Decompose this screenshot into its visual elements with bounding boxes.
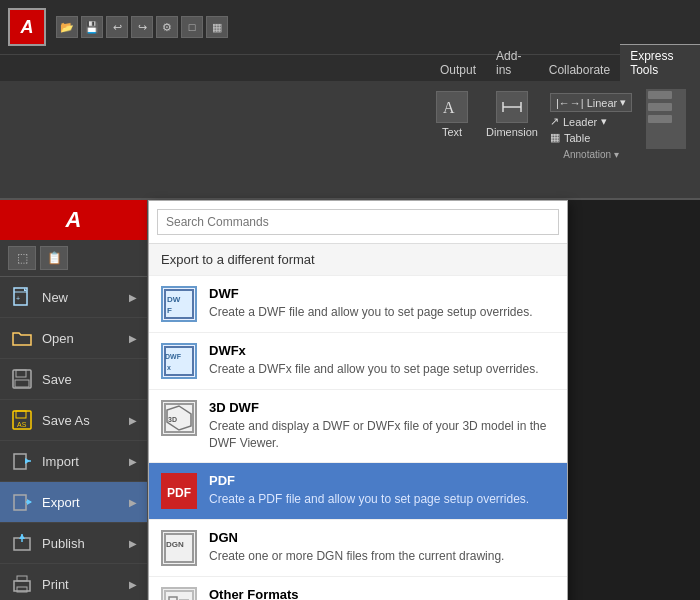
export-item-pdf[interactable]: PDF PDF Create a PDF file and allow you …: [149, 463, 567, 520]
other-formats-icon: [161, 587, 197, 600]
open-folder-icon: [10, 326, 34, 350]
quick-icon-2[interactable]: 📋: [40, 246, 68, 270]
dgn-text: DGN Create one or more DGN files from th…: [209, 530, 555, 565]
export-label: Export: [42, 495, 121, 510]
dimension-button[interactable]: Dimension: [480, 89, 544, 140]
leader-dropdown-icon: ▾: [601, 115, 607, 128]
svg-rect-4: [648, 91, 672, 99]
linear-button[interactable]: |←→| Linear ▾: [550, 93, 632, 112]
sidebar-item-publish[interactable]: Publish ▶: [0, 523, 147, 564]
linear-icon: |←→|: [556, 97, 584, 109]
ribbon: Output Add-ins Collaborate Express Tools…: [0, 55, 700, 200]
svg-text:DGN: DGN: [166, 540, 184, 549]
svg-text:DWF: DWF: [165, 353, 182, 360]
svg-text:3D: 3D: [168, 416, 177, 423]
svg-rect-5: [648, 103, 672, 111]
annotation-label: Annotation ▾: [550, 149, 632, 160]
svg-rect-17: [14, 454, 26, 469]
svg-text:+: +: [16, 295, 20, 302]
leader-icon: ↗: [550, 115, 559, 128]
export-item-dgn[interactable]: DGN DGN Create one or more DGN files fro…: [149, 520, 567, 577]
dgn-icon: DGN: [161, 530, 197, 566]
tab-addins[interactable]: Add-ins: [486, 44, 539, 81]
saveas-icon: AS: [10, 408, 34, 432]
search-input[interactable]: [157, 209, 559, 235]
open-icon[interactable]: 📂: [56, 16, 78, 38]
dwf-name: DWF: [209, 286, 555, 301]
tab-express-tools[interactable]: Express Tools: [620, 44, 700, 81]
dropdown-title: Export to a different format: [149, 244, 567, 276]
sidebar-item-open[interactable]: Open ▶: [0, 318, 147, 359]
annotation-group: |←→| Linear ▾ ↗ Leader ▾ ▦ Table Annotat…: [550, 89, 632, 160]
redo-icon[interactable]: ↪: [131, 16, 153, 38]
sidebar-header: A: [0, 200, 147, 240]
quick-icon-1[interactable]: ⬚: [8, 246, 36, 270]
new-arrow: ▶: [129, 292, 137, 303]
sidebar-item-saveas[interactable]: AS Save As ▶: [0, 400, 147, 441]
export-icon: [10, 490, 34, 514]
export-item-dwfx[interactable]: DWF x DWFx Create a DWFx file and allow …: [149, 333, 567, 390]
tab-collaborate[interactable]: Collaborate: [539, 58, 620, 81]
svg-rect-26: [14, 581, 30, 591]
svg-rect-20: [14, 495, 26, 510]
other-formats-text: Other Formats Export the drawing to anot…: [209, 587, 555, 600]
sidebar-item-save[interactable]: Save: [0, 359, 147, 400]
export-dropdown: Export to a different format DW F DWF Cr…: [148, 200, 568, 600]
tab-output[interactable]: Output: [430, 58, 486, 81]
top-toolbar: A 📂 💾 ↩ ↪ ⚙ □ ▦: [0, 0, 700, 55]
svg-text:A: A: [443, 99, 455, 116]
3ddwf-text: 3D DWF Create and display a DWF or DWFx …: [209, 400, 555, 452]
export-item-other[interactable]: Other Formats Export the drawing to anot…: [149, 577, 567, 600]
svg-marker-25: [19, 534, 25, 539]
ribbon-content: A Text Dimension |←→| Linear ▾ ↗: [0, 81, 700, 198]
ribbon-tabs: Output Add-ins Collaborate Express Tools: [0, 55, 700, 81]
import-arrow: ▶: [129, 456, 137, 467]
save-label: Save: [42, 372, 137, 387]
svg-marker-22: [27, 499, 32, 505]
new-icon: +: [10, 285, 34, 309]
pdf-name: PDF: [209, 473, 555, 488]
sidebar-item-import[interactable]: Import ▶: [0, 441, 147, 482]
dwfx-text: DWFx Create a DWFx file and allow you to…: [209, 343, 555, 378]
text-button[interactable]: A Text: [430, 89, 474, 140]
new-label: New: [42, 290, 121, 305]
linear-dropdown-icon: ▾: [620, 96, 626, 109]
dwf-desc: Create a DWF file and allow you to set p…: [209, 304, 555, 321]
import-icon: [10, 449, 34, 473]
leader-button[interactable]: ↗ Leader ▾: [550, 115, 632, 128]
dgn-desc: Create one or more DGN files from the cu…: [209, 548, 555, 565]
table-button[interactable]: ▦ Table: [550, 131, 632, 144]
sidebar-item-new[interactable]: + New ▶: [0, 277, 147, 318]
properties-button[interactable]: [646, 89, 686, 149]
dgn-name: DGN: [209, 530, 555, 545]
svg-text:x: x: [167, 364, 171, 371]
dwfx-desc: Create a DWFx file and allow you to set …: [209, 361, 555, 378]
dwfx-name: DWFx: [209, 343, 555, 358]
svg-rect-13: [15, 380, 29, 387]
sidebar-item-export[interactable]: Export ▶: [0, 482, 147, 523]
view-icon[interactable]: □: [181, 16, 203, 38]
save-icon[interactable]: 💾: [81, 16, 103, 38]
export-item-dwf[interactable]: DW F DWF Create a DWF file and allow you…: [149, 276, 567, 333]
autocad-logo[interactable]: A: [8, 8, 46, 46]
3ddwf-name: 3D DWF: [209, 400, 555, 415]
export-item-3ddwf[interactable]: 3D 3D DWF Create and display a DWF or DW…: [149, 390, 567, 463]
dimension-icon: [496, 91, 528, 123]
tools-icon[interactable]: ⚙: [156, 16, 178, 38]
main-area: A ⬚ 📋 + New ▶ Open ▶ Save: [0, 200, 700, 600]
dwf-icon: DW F: [161, 286, 197, 322]
3ddwf-desc: Create and display a DWF or DWFx file of…: [209, 418, 555, 452]
3ddwf-icon: 3D: [161, 400, 197, 436]
other-formats-name: Other Formats: [209, 587, 555, 600]
dwf-text: DWF Create a DWF file and allow you to s…: [209, 286, 555, 321]
publish-label: Publish: [42, 536, 121, 551]
saveas-arrow: ▶: [129, 415, 137, 426]
search-bar: [149, 201, 567, 244]
sidebar-quick-access: ⬚ 📋: [0, 240, 147, 277]
save-disk-icon: [10, 367, 34, 391]
sidebar-item-print[interactable]: Print ▶: [0, 564, 147, 600]
extra-icon[interactable]: ▦: [206, 16, 228, 38]
svg-text:DW: DW: [167, 295, 181, 304]
dwfx-icon: DWF x: [161, 343, 197, 379]
undo-icon[interactable]: ↩: [106, 16, 128, 38]
